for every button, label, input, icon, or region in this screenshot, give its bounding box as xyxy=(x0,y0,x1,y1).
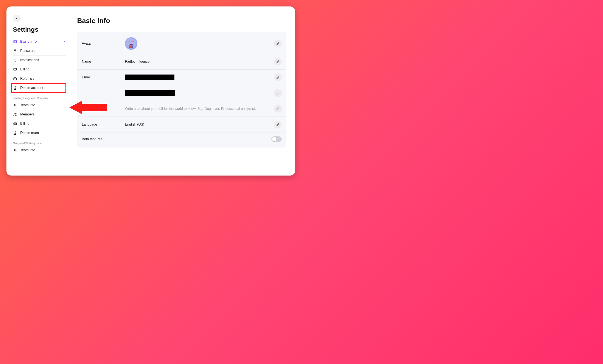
edit-username-button[interactable] xyxy=(274,89,282,97)
page-title: Basic info xyxy=(77,17,286,25)
row-label: Language xyxy=(82,123,125,126)
sidebar-item-label: Delete team xyxy=(20,131,39,135)
pencil-icon xyxy=(276,107,279,110)
svg-point-1 xyxy=(14,41,15,42)
envelope-open-icon xyxy=(13,77,17,81)
sidebar-item-team-billing[interactable]: Billing xyxy=(13,119,66,128)
row-username xyxy=(77,85,286,101)
row-value: English (US) xyxy=(125,123,274,126)
sidebar-item-label: Billing xyxy=(20,122,30,126)
avatar-illustration-icon xyxy=(126,38,136,49)
sidebar-item-team-info[interactable]: Team info xyxy=(13,101,66,110)
sidebar-personal-group: Basic info Password Notifications xyxy=(13,37,66,92)
redacted-username xyxy=(125,90,175,96)
credit-card-icon xyxy=(13,122,17,126)
sidebar-item-label: Basic info xyxy=(20,40,37,44)
row-label: Beta features xyxy=(82,137,125,141)
beta-features-toggle[interactable] xyxy=(271,136,282,142)
svg-point-26 xyxy=(130,43,130,43)
row-language: Language English (US) xyxy=(77,117,286,132)
svg-point-28 xyxy=(132,43,132,43)
sidebar-item-referrals[interactable]: Referrals xyxy=(13,74,66,83)
sidebar-item-label: Billing xyxy=(20,67,30,71)
pencil-icon xyxy=(276,123,279,126)
credit-card-icon xyxy=(13,67,17,71)
row-label: About xyxy=(82,107,125,111)
redacted-email xyxy=(125,74,174,80)
avatar xyxy=(125,37,137,50)
row-label: Name xyxy=(82,60,125,64)
row-email: Email xyxy=(77,70,286,85)
basic-info-card: Avatar xyxy=(77,32,286,148)
back-button[interactable] xyxy=(13,15,21,23)
svg-point-14 xyxy=(14,113,15,114)
sidebar-item-label: Password xyxy=(20,49,35,53)
edit-language-button[interactable] xyxy=(274,121,282,128)
chevron-left-icon xyxy=(15,17,18,20)
sidebar-team2-group: Overjoyed Working United Team info xyxy=(13,142,66,155)
svg-line-23 xyxy=(16,149,16,152)
row-placeholder: Write a bit about yourself for the world… xyxy=(125,107,274,111)
sidebar-group-label: Overjoyed Working United xyxy=(13,142,66,145)
chevron-right-icon xyxy=(63,40,66,44)
books-icon xyxy=(13,148,17,152)
edit-name-button[interactable] xyxy=(274,58,282,65)
row-beta-features: Beta features xyxy=(77,132,286,146)
sidebar-item-basic-info[interactable]: Basic info xyxy=(13,37,66,46)
sidebar-item-label: Notifications xyxy=(20,58,39,62)
row-about: About Write a bit about yourself for the… xyxy=(77,101,286,117)
svg-rect-30 xyxy=(130,47,130,48)
sidebar-item-members[interactable]: Members xyxy=(13,110,66,119)
sidebar-item-label: Team info xyxy=(20,103,35,107)
sidebar-team1-group: Trusting Assignment Company Team info Me… xyxy=(13,97,66,137)
sidebar-item-password[interactable]: Password xyxy=(13,46,66,56)
pencil-icon xyxy=(276,92,279,95)
sidebar-item-label: Members xyxy=(20,112,35,116)
bell-icon xyxy=(13,58,17,62)
settings-window: Settings Basic info Password xyxy=(6,6,295,176)
svg-rect-16 xyxy=(13,123,17,125)
sidebar-item-delete-team[interactable]: Delete team xyxy=(13,128,66,137)
row-label: Email xyxy=(82,75,125,79)
edit-email-button[interactable] xyxy=(274,73,282,81)
sidebar-item-label: Delete account xyxy=(20,86,43,90)
sidebar-item-label: Team info xyxy=(20,148,35,152)
trash-icon xyxy=(13,86,17,90)
pencil-icon xyxy=(276,60,279,63)
edit-avatar-button[interactable] xyxy=(274,40,282,47)
trash-icon xyxy=(13,131,17,135)
svg-line-13 xyxy=(16,104,16,106)
sidebar-item-billing[interactable]: Billing xyxy=(13,65,66,74)
books-icon xyxy=(13,103,17,107)
sidebar-item-team-info[interactable]: Team info xyxy=(13,146,66,155)
lock-icon xyxy=(13,49,17,53)
sidebar-title: Settings xyxy=(13,26,69,33)
svg-rect-6 xyxy=(13,69,17,70)
row-label: Avatar xyxy=(82,42,125,46)
row-name: Name Padlet Influencer xyxy=(77,54,286,70)
sidebar-group-label: Trusting Assignment Company xyxy=(13,97,66,100)
svg-rect-31 xyxy=(132,47,133,48)
users-icon xyxy=(13,112,17,116)
pencil-icon xyxy=(276,42,279,45)
main-content: Basic info Avatar xyxy=(69,6,295,176)
sidebar-item-delete-account[interactable]: Delete account xyxy=(11,83,66,92)
svg-point-5 xyxy=(15,51,15,52)
sidebar-item-notifications[interactable]: Notifications xyxy=(13,56,66,65)
pencil-icon xyxy=(276,76,279,79)
sidebar-item-label: Referrals xyxy=(20,77,34,81)
id-card-icon xyxy=(13,40,17,44)
edit-about-button[interactable] xyxy=(274,105,282,113)
row-value: Padlet Influencer xyxy=(125,60,274,64)
svg-point-15 xyxy=(15,113,16,114)
sidebar: Settings Basic info Password xyxy=(6,6,69,176)
row-avatar: Avatar xyxy=(77,33,286,54)
